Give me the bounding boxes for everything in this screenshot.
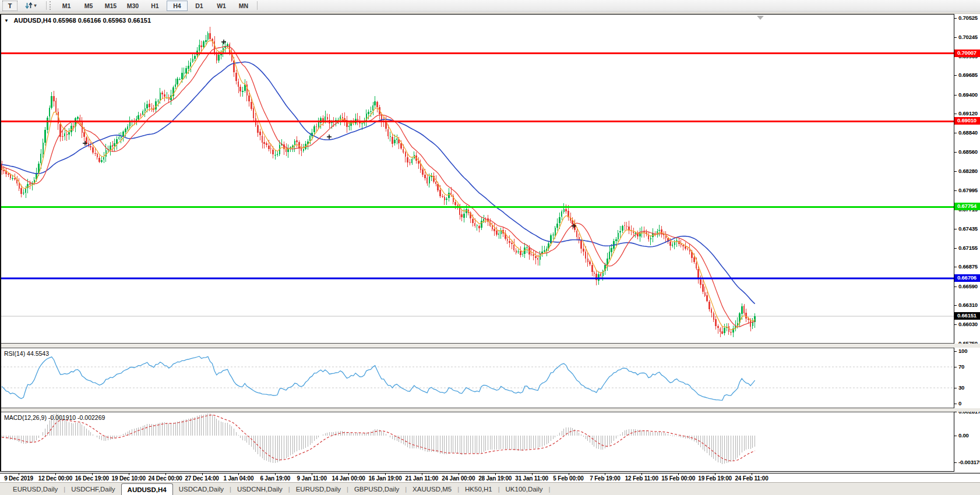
toolbar-separator xyxy=(257,1,258,10)
price-tick-label: 0.66310 xyxy=(954,302,978,309)
time-axis-label: 9 Dec 2019 xyxy=(4,475,33,482)
text-tool-label: T xyxy=(8,2,12,9)
macd-canvas xyxy=(0,412,954,471)
time-axis-label: 16 Jan 19:00 xyxy=(368,475,401,482)
tab-xauusd-m5[interactable]: XAUUSD,M5 xyxy=(407,483,457,495)
chart-symbol-timeframe: AUDUSD,H4 xyxy=(14,17,51,24)
arrange-windows-button[interactable]: ▾ xyxy=(19,1,43,11)
ma-slow-line xyxy=(2,62,755,303)
timeframe-button-m1[interactable]: M1 xyxy=(56,1,77,11)
toolbar-separator xyxy=(46,1,47,10)
mt4-window: T ▾ M1M5M15M30H1H4D1W1MN ▼ AUDUSD,H4 0 xyxy=(0,0,980,495)
arrange-arrows-icon xyxy=(25,2,33,9)
timeframe-button-m15[interactable]: M15 xyxy=(100,1,121,11)
price-chart-canvas xyxy=(0,15,954,343)
macd-scale-label: -0.003179 xyxy=(954,459,980,466)
price-tick-label: 0.67995 xyxy=(954,187,978,194)
chart-title: ▼ AUDUSD,H4 0.65968 0.66166 0.65963 0.66… xyxy=(4,17,151,24)
price-axis: 0.705250.702450.699650.696850.694000.691… xyxy=(954,14,980,472)
time-axis-label: 16 Dec 19:00 xyxy=(75,475,109,482)
time-axis-label: 24 Jan 00:00 xyxy=(442,475,475,482)
time-axis-label: 31 Jan 11:00 xyxy=(515,475,548,482)
tab-eurusd-daily[interactable]: EURUSD,Daily xyxy=(290,483,347,495)
tab-usdcad-daily[interactable]: USDCAD,Daily xyxy=(173,483,230,495)
price-tick-label: 0.69120 xyxy=(954,110,978,117)
price-tick-label: 0.66875 xyxy=(954,263,978,270)
tab-uk100-daily[interactable]: UK100,Daily xyxy=(500,483,549,495)
time-axis-label: 1 Jan 04:00 xyxy=(224,475,254,482)
tab-eurusd-daily[interactable]: EURUSD,Daily xyxy=(7,483,64,495)
main-chart-panel[interactable]: ▼ AUDUSD,H4 0.65968 0.66166 0.65963 0.66… xyxy=(0,14,954,344)
ma-mid-line xyxy=(2,47,755,327)
text-tool-button[interactable]: T xyxy=(2,1,17,11)
macd-scale-label: 0.00 xyxy=(954,432,969,439)
tab-hk50-h1[interactable]: HK50,H1 xyxy=(459,483,498,495)
timeframe-button-m5[interactable]: M5 xyxy=(78,1,99,11)
rsi-scale-label: 70 xyxy=(954,363,964,370)
price-tick-label: 0.66590 xyxy=(954,283,978,290)
chart-shift-marker[interactable] xyxy=(757,16,764,20)
ma-fast-line xyxy=(2,41,755,330)
timeframe-button-d1[interactable]: D1 xyxy=(189,1,210,11)
price-tick-label: 0.70525 xyxy=(954,15,978,22)
timeframe-button-h1[interactable]: H1 xyxy=(144,1,165,11)
time-axis-label: 6 Jan 19:00 xyxy=(260,475,290,482)
price-tick-label: 0.66030 xyxy=(954,321,978,328)
chart-tabs-bar: EURUSD,Daily|USDCHF,DailyAUDUSD,H4USDCAD… xyxy=(0,482,980,495)
current-price-badge: 0.66151 xyxy=(954,312,980,320)
rsi-canvas xyxy=(0,348,954,408)
chart-ohlc-values: 0.65968 0.66166 0.65963 0.66151 xyxy=(53,17,151,24)
time-axis-label: 12 Feb 11:00 xyxy=(625,475,658,482)
chevron-down-icon: ▾ xyxy=(34,3,36,8)
macd-panel: MACD(12,26,9) -0.001910 -0.002269 xyxy=(0,412,954,472)
panel-splitter[interactable] xyxy=(0,344,980,348)
timeframe-button-mn[interactable]: MN xyxy=(233,1,254,11)
level-price-badge: 0.67754 xyxy=(954,203,980,210)
price-tick-label: 0.70245 xyxy=(954,34,978,41)
rsi-scale-label: 0 xyxy=(954,400,961,407)
tab-audusd-h4[interactable]: AUDUSD,H4 xyxy=(121,483,173,495)
time-axis-label: 15 Feb 00:00 xyxy=(661,475,695,482)
price-tick-label: 0.69400 xyxy=(954,91,978,98)
price-tick-label: 0.67435 xyxy=(954,225,978,232)
tab-gbpusd-daily[interactable]: GBPUSD,Daily xyxy=(348,483,405,495)
toolbar-drag-handle[interactable] xyxy=(50,1,53,10)
time-axis-label: 7 Feb 19:00 xyxy=(590,475,620,482)
price-tick-label: 0.69685 xyxy=(954,72,978,79)
rsi-panel: RSI(14) 44.5543 xyxy=(0,348,954,408)
collapse-arrow-icon[interactable]: ▼ xyxy=(4,18,9,23)
timeframe-toolbar: M1M5M15M30H1H4D1W1MN xyxy=(55,1,255,11)
cross-marker xyxy=(327,135,332,139)
timeframe-button-w1[interactable]: W1 xyxy=(211,1,232,11)
time-axis-label: 14 Jan 00:00 xyxy=(332,475,365,482)
timeframe-button-h4[interactable]: H4 xyxy=(167,1,188,11)
macd-signal-line xyxy=(2,415,755,461)
time-axis-label: 24 Feb 11:00 xyxy=(735,475,768,482)
rsi-line xyxy=(2,356,755,400)
tab-usdchf-daily[interactable]: USDCHF,Daily xyxy=(65,483,121,495)
time-axis-label: 21 Jan 11:00 xyxy=(406,475,439,482)
price-tick-label: 0.68280 xyxy=(954,168,978,175)
time-axis-label: 12 Dec 00:00 xyxy=(38,475,72,482)
time-axis-label: 19 Dec 10:00 xyxy=(112,475,146,482)
toolbar: T ▾ M1M5M15M30H1H4D1W1MN xyxy=(0,0,980,12)
timeframe-button-m30[interactable]: M30 xyxy=(122,1,143,11)
level-price-badge: 0.69010 xyxy=(954,117,980,125)
chart-left-border xyxy=(0,14,1,472)
time-axis-label: 5 Feb 00:00 xyxy=(553,475,583,482)
rsi-label: RSI(14) 44.5543 xyxy=(4,350,49,357)
tab-separator: | xyxy=(548,483,550,495)
rsi-scale-label: 30 xyxy=(954,384,964,391)
macd-label: MACD(12,26,9) -0.001910 -0.002269 xyxy=(4,414,105,421)
rsi-scale-label: 100 xyxy=(954,348,967,355)
time-axis-label: 9 Jan 11:00 xyxy=(297,475,327,482)
price-tick-label: 0.68560 xyxy=(954,148,978,155)
tab-usdcnh-daily[interactable]: USDCNH,Daily xyxy=(231,483,288,495)
time-axis: 9 Dec 201912 Dec 00:0016 Dec 19:0019 Dec… xyxy=(0,473,980,482)
time-axis-label: 24 Dec 00:00 xyxy=(148,475,182,482)
macd-histogram xyxy=(2,413,755,464)
axis-gap xyxy=(0,472,980,473)
panel-splitter[interactable] xyxy=(0,408,980,412)
price-tick-label: 0.67155 xyxy=(954,245,978,252)
time-axis-label: 28 Jan 19:00 xyxy=(478,475,512,482)
